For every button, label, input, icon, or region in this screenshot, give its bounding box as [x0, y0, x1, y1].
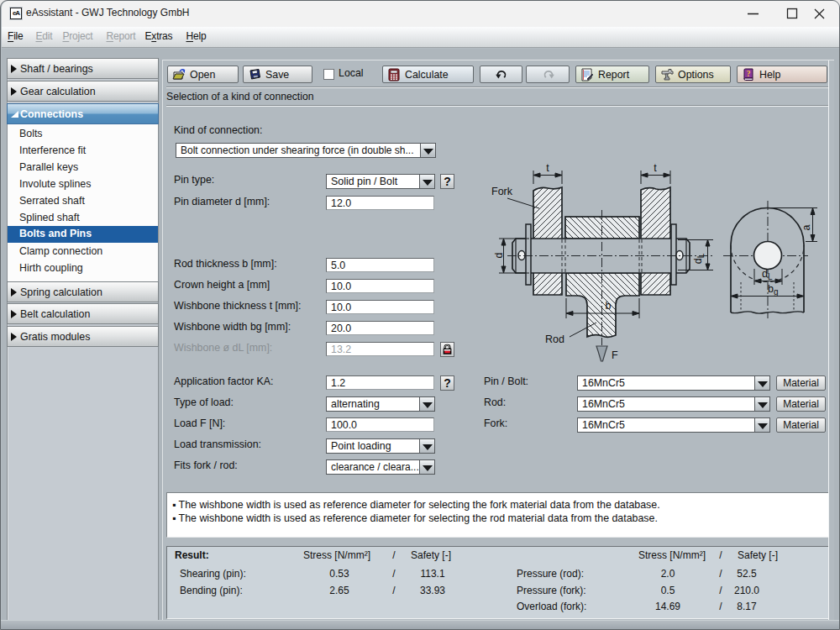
svg-text:t: t [546, 162, 549, 174]
svg-text:d: d [493, 252, 505, 258]
svg-text:F: F [612, 349, 618, 361]
svg-text:a: a [801, 224, 812, 230]
svg-text:dL: dL [692, 253, 706, 264]
svg-text:?: ? [747, 70, 751, 78]
svg-text:bg: bg [768, 283, 779, 297]
svg-text:Fork: Fork [491, 186, 513, 197]
svg-text:b: b [606, 300, 612, 312]
svg-text:t: t [654, 162, 657, 174]
svg-text:dL: dL [762, 268, 773, 281]
svg-text:Rod: Rod [545, 333, 564, 345]
